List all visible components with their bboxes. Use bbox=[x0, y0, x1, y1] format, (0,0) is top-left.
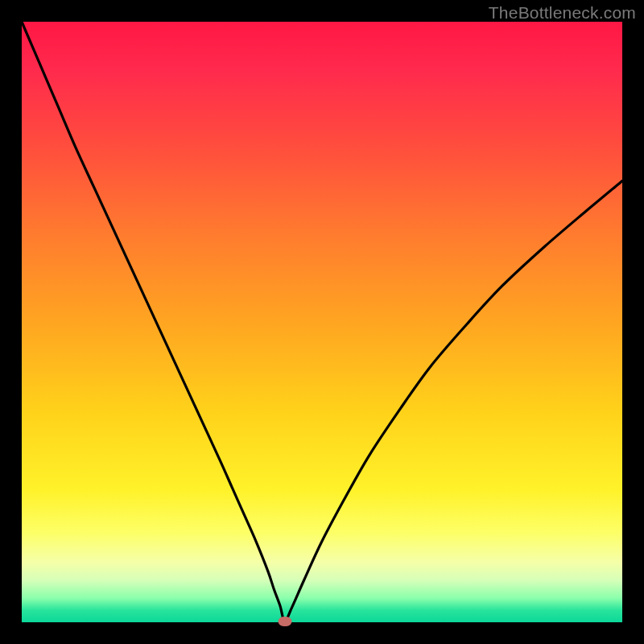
bottleneck-curve bbox=[22, 22, 622, 622]
watermark-text: TheBottleneck.com bbox=[489, 3, 636, 23]
chart-frame: TheBottleneck.com bbox=[0, 0, 644, 644]
plot-area bbox=[22, 22, 622, 622]
optimum-marker bbox=[278, 617, 291, 626]
